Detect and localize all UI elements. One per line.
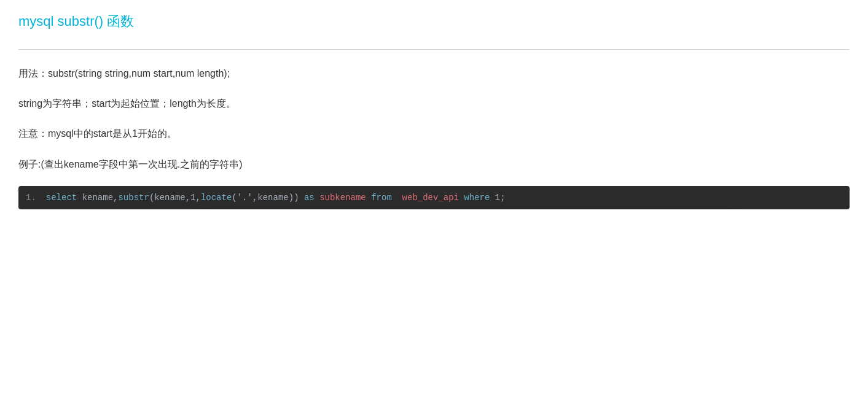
kw-table: web_dev_api (392, 193, 464, 203)
kw-condition: 1; (490, 193, 505, 203)
usage-text: 用法：substr(string string,num start,num le… (18, 68, 230, 79)
kw-locate-args: ('.',kename)) (232, 193, 304, 203)
kw-subkename: subkename (315, 193, 371, 203)
example-text: 例子:(查出kename字段中第一次出现.之前的字符串) (18, 159, 242, 169)
kw-locate: locate (201, 193, 232, 203)
note-section: 注意：mysql中的start是从1开始的。 (18, 125, 850, 142)
top-divider (18, 49, 850, 50)
code-line-1: 1. select kename,substr(kename,1,locate(… (18, 186, 850, 209)
kw-kename: kename, (77, 193, 118, 203)
kw-substr-args: (kename,1, (149, 193, 201, 203)
params-section: string为字符串；start为起始位置；length为长度。 (18, 95, 850, 112)
kw-as: as (304, 193, 315, 203)
kw-from: from (371, 193, 392, 203)
kw-where: where (464, 193, 490, 203)
page-title: mysql substr() 函数 (18, 12, 850, 31)
note-text: 注意：mysql中的start是从1开始的。 (18, 128, 177, 139)
example-section: 例子:(查出kename字段中第一次出现.之前的字符串) (18, 156, 850, 172)
code-editor: 1. select kename,substr(kename,1,locate(… (18, 186, 850, 209)
params-text: string为字符串；start为起始位置；length为长度。 (18, 98, 236, 109)
kw-select: select (46, 193, 77, 203)
usage-section: 用法：substr(string string,num start,num le… (18, 65, 850, 82)
kw-substr: substr (118, 193, 149, 203)
code-content: select kename,substr(kename,1,locate('.'… (46, 191, 842, 204)
line-number: 1. (26, 191, 46, 204)
